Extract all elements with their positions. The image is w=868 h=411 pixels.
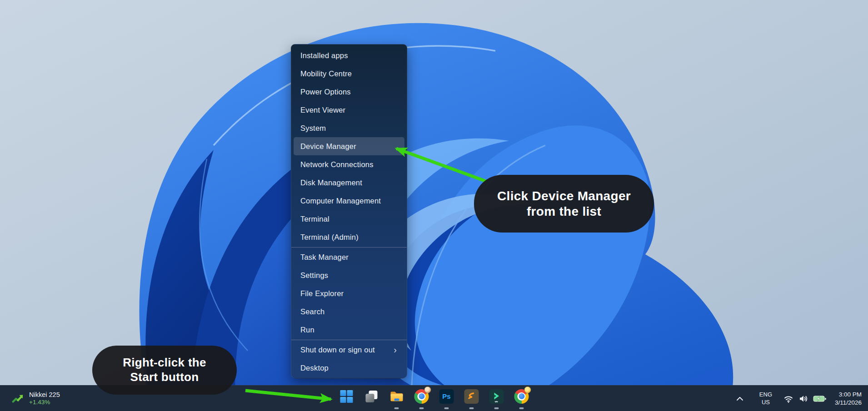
menu-item-system[interactable]: System (294, 119, 404, 137)
menu-item-label: Search (300, 307, 324, 316)
task-view-icon (364, 389, 379, 404)
menu-item-label: Desktop (300, 364, 329, 372)
menu-item-label: Run (300, 326, 314, 334)
tray-status-icons[interactable] (783, 393, 827, 404)
task-view-button[interactable] (364, 387, 379, 411)
menu-item-file-explorer[interactable]: File Explorer (294, 284, 404, 302)
menu-item-terminal[interactable]: Terminal (294, 210, 404, 228)
menu-item-label: File Explorer (300, 289, 344, 298)
menu-item-label: Event Viewer (300, 106, 345, 114)
battery-charging-icon (813, 394, 827, 403)
running-indicator (519, 407, 524, 409)
volume-icon (798, 393, 809, 404)
menu-item-settings[interactable]: Settings (294, 266, 404, 284)
callout-line: Right-click the (123, 356, 206, 370)
running-indicator (394, 407, 399, 409)
profile-avatar (524, 386, 531, 393)
winx-context-menu: Installed apps Mobility Centre Power Opt… (291, 44, 407, 378)
photoshop-button[interactable]: Ps (439, 387, 454, 411)
menu-item-search[interactable]: Search (294, 302, 404, 321)
widget-index-name: Nikkei 225 (29, 391, 60, 399)
desktop: Installed apps Mobility Centre Power Opt… (0, 0, 868, 411)
menu-item-disk-management[interactable]: Disk Management (294, 173, 404, 192)
sublime-text-icon (464, 389, 479, 404)
menu-item-terminal-admin[interactable]: Terminal (Admin) (294, 228, 404, 246)
wifi-icon (783, 393, 794, 404)
sublime-text-button[interactable] (464, 387, 479, 411)
menu-item-label: Device Manager (300, 142, 356, 151)
menu-item-computer-management[interactable]: Computer Management (294, 192, 404, 210)
menu-item-label: Network Connections (300, 160, 374, 169)
widgets-button[interactable]: Nikkei 225 +1.43% (6, 386, 65, 411)
menu-item-label: Installed apps (300, 51, 348, 60)
language-indicator[interactable]: ENG US (754, 391, 778, 406)
menu-item-label: Mobility Centre (300, 69, 352, 78)
menu-item-event-viewer[interactable]: Event Viewer (294, 101, 404, 119)
keyboard-layout: US (762, 399, 770, 406)
running-indicator (494, 407, 499, 409)
menu-item-label: System (300, 124, 326, 133)
callout-click-device-manager: Click Device Manager from the list (474, 175, 654, 233)
menu-item-label: Computer Management (300, 197, 381, 205)
photoshop-logo-text: Ps (442, 392, 450, 400)
menu-item-task-manager[interactable]: Task Manager (294, 248, 404, 266)
menu-separator (291, 340, 407, 340)
callout-line: Click Device Manager (497, 188, 631, 204)
system-tray: ENG US (732, 386, 868, 411)
start-button[interactable] (339, 387, 354, 411)
clock[interactable]: 3:00 PM 3/11/2026 (835, 391, 862, 406)
menu-item-power-options[interactable]: Power Options (294, 83, 404, 101)
folder-icon (389, 389, 404, 404)
photoshop-icon: Ps (439, 389, 454, 404)
taskbar-app-icons: Ps (339, 386, 529, 411)
menu-item-label: Terminal (Admin) (300, 233, 359, 242)
chevron-up-icon (735, 395, 744, 402)
submenu-chevron-icon: › (394, 345, 398, 354)
menu-item-device-manager[interactable]: Device Manager (294, 137, 404, 155)
menu-item-label: Disk Management (300, 178, 362, 187)
callout-line: from the list (527, 204, 601, 219)
menu-item-desktop[interactable]: Desktop (294, 359, 404, 377)
menu-item-label: Power Options (300, 88, 351, 96)
stock-up-arrow-icon (11, 392, 25, 406)
menu-item-label: Terminal (300, 215, 329, 223)
menu-item-mobility-centre[interactable]: Mobility Centre (294, 64, 404, 83)
menu-item-shut-down-or-sign-out[interactable]: Shut down or sign out › (294, 341, 404, 359)
menu-separator (291, 247, 407, 248)
wondershare-button[interactable] (489, 387, 504, 411)
callout-line: Start button (130, 370, 199, 385)
wondershare-icon (489, 389, 504, 404)
menu-item-label: Settings (300, 271, 328, 280)
windows-logo-icon (339, 389, 354, 404)
running-indicator (444, 407, 449, 409)
callout-right-click-start: Right-click the Start button (92, 346, 237, 395)
menu-item-label: Task Manager (300, 253, 349, 262)
menu-item-installed-apps[interactable]: Installed apps (294, 46, 404, 64)
running-indicator (469, 407, 474, 409)
widget-index-change: +1.43% (29, 399, 60, 406)
profile-avatar (424, 386, 431, 393)
time: 3:00 PM (839, 391, 862, 399)
tray-overflow-button[interactable] (732, 395, 748, 402)
chrome-profile-2-button[interactable] (514, 387, 529, 411)
menu-item-run[interactable]: Run (294, 321, 404, 339)
date: 3/11/2026 (835, 399, 862, 407)
running-indicator (419, 407, 424, 409)
menu-item-label: Shut down or sign out (300, 346, 375, 354)
language-code: ENG (759, 391, 772, 399)
file-explorer-button[interactable] (389, 387, 404, 411)
chrome-profile-1-button[interactable] (414, 387, 429, 411)
menu-item-network-connections[interactable]: Network Connections (294, 155, 404, 173)
